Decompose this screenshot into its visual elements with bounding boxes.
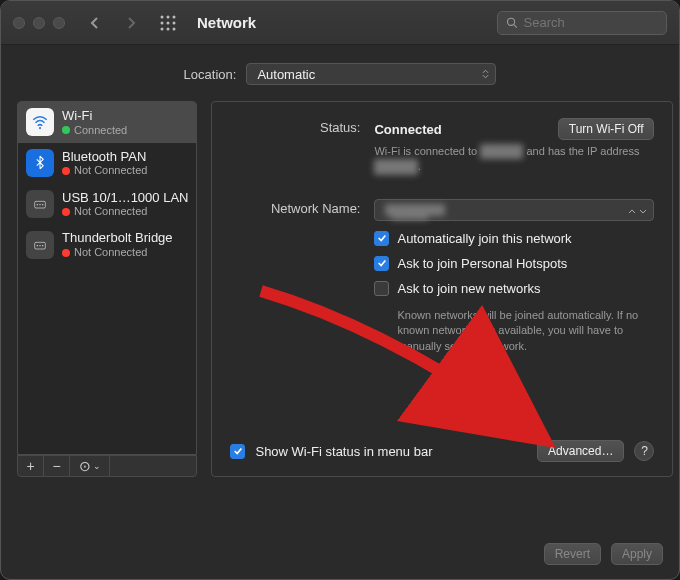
- status-value: Connected: [374, 122, 441, 137]
- chevron-down-icon: ⌄: [93, 461, 101, 471]
- sidebar-footer: + − ⊙⌄: [17, 455, 197, 477]
- location-row: Location: Automatic: [1, 45, 679, 101]
- help-button[interactable]: ?: [634, 441, 654, 461]
- svg-point-15: [42, 204, 43, 205]
- svg-point-7: [167, 27, 170, 30]
- remove-interface-button[interactable]: −: [44, 456, 70, 476]
- svg-point-0: [161, 15, 164, 18]
- show-status-label: Show Wi-Fi status in menu bar: [255, 444, 432, 459]
- check-icon: [377, 258, 387, 268]
- redacted-network-name: ████: [385, 204, 445, 216]
- redacted-ip: ████: [374, 159, 417, 174]
- sidebar-item-label: Wi-Fi: [62, 108, 127, 124]
- up-down-chevron-icon: [482, 69, 489, 79]
- sidebar-item-status: Connected: [74, 124, 127, 137]
- more-options-button[interactable]: ⊙⌄: [70, 456, 110, 476]
- minimize-window-button[interactable]: [33, 17, 45, 29]
- network-name-label: Network Name:: [230, 199, 360, 221]
- revert-button[interactable]: Revert: [544, 543, 601, 565]
- search-field[interactable]: [497, 11, 667, 35]
- grid-icon: [159, 14, 177, 32]
- svg-point-6: [161, 27, 164, 30]
- thunderbolt-icon: [26, 231, 54, 259]
- svg-point-4: [167, 21, 170, 24]
- svg-point-8: [173, 27, 176, 30]
- apply-button[interactable]: Apply: [611, 543, 663, 565]
- interface-list: Wi-Fi Connected Bluetooth PAN Not Connec…: [17, 101, 197, 455]
- status-dot-icon: [62, 126, 70, 134]
- sidebar-item-label: Bluetooth PAN: [62, 149, 147, 165]
- location-select[interactable]: Automatic: [246, 63, 496, 85]
- detail-pane: Status: Connected Turn Wi-Fi Off Wi-Fi i…: [211, 101, 673, 477]
- sidebar-item-thunderbolt-bridge[interactable]: Thunderbolt Bridge Not Connected: [18, 224, 196, 265]
- svg-point-19: [42, 245, 43, 246]
- window-controls: [13, 17, 65, 29]
- sidebar-item-status: Not Connected: [74, 246, 147, 259]
- status-subtext: Wi-Fi is connected to ████ and has the I…: [374, 144, 654, 175]
- svg-point-3: [161, 21, 164, 24]
- close-window-button[interactable]: [13, 17, 25, 29]
- search-icon: [506, 16, 518, 29]
- svg-point-2: [173, 15, 176, 18]
- auto-join-checkbox[interactable]: [374, 231, 389, 246]
- svg-point-18: [39, 245, 40, 246]
- chevron-left-icon: [89, 17, 101, 29]
- sidebar-item-status: Not Connected: [74, 164, 147, 177]
- status-dot-icon: [62, 249, 70, 257]
- back-button[interactable]: [81, 12, 109, 34]
- sidebar-item-label: Thunderbolt Bridge: [62, 230, 173, 246]
- advanced-button[interactable]: Advanced…: [537, 440, 624, 462]
- check-icon: [377, 233, 387, 243]
- turn-wifi-off-button[interactable]: Turn Wi-Fi Off: [558, 118, 655, 140]
- wifi-icon: [26, 108, 54, 136]
- auto-join-label: Automatically join this network: [397, 231, 571, 246]
- show-status-checkbox[interactable]: [230, 444, 245, 459]
- sidebar-item-usb-lan[interactable]: USB 10/1…1000 LAN Not Connected: [18, 184, 196, 225]
- sidebar-item-status: Not Connected: [74, 205, 147, 218]
- network-name-select[interactable]: ████: [374, 199, 654, 221]
- svg-line-10: [514, 25, 517, 28]
- ask-new-networks-subtext: Known networks will be joined automatica…: [397, 308, 654, 354]
- chevron-right-icon: [125, 17, 137, 29]
- sidebar-item-label: USB 10/1…1000 LAN: [62, 190, 188, 206]
- ask-new-networks-checkbox[interactable]: [374, 281, 389, 296]
- ask-hotspots-label: Ask to join Personal Hotspots: [397, 256, 567, 271]
- svg-point-11: [39, 127, 41, 129]
- check-icon: [233, 446, 243, 456]
- redacted-ssid: ████: [480, 144, 523, 159]
- add-interface-button[interactable]: +: [18, 456, 44, 476]
- status-dot-icon: [62, 167, 70, 175]
- location-label: Location:: [184, 67, 237, 82]
- location-value: Automatic: [257, 67, 315, 82]
- up-down-chevron-icon: [628, 202, 648, 217]
- window-title: Network: [197, 14, 256, 31]
- svg-point-9: [507, 18, 514, 25]
- sidebar-item-bluetooth-pan[interactable]: Bluetooth PAN Not Connected: [18, 143, 196, 184]
- svg-point-5: [173, 21, 176, 24]
- titlebar: Network: [1, 1, 679, 45]
- ask-new-networks-label: Ask to join new networks: [397, 281, 540, 296]
- ethernet-icon: [26, 190, 54, 218]
- ask-hotspots-checkbox[interactable]: [374, 256, 389, 271]
- status-dot-icon: [62, 208, 70, 216]
- svg-point-14: [39, 204, 40, 205]
- status-label: Status:: [230, 118, 360, 175]
- bluetooth-icon: [26, 149, 54, 177]
- zoom-window-button[interactable]: [53, 17, 65, 29]
- sidebar-item-wifi[interactable]: Wi-Fi Connected: [18, 102, 196, 143]
- svg-point-1: [167, 15, 170, 18]
- gear-dropdown-icon: ⊙: [79, 458, 91, 474]
- forward-button[interactable]: [117, 12, 145, 34]
- search-input[interactable]: [524, 15, 659, 30]
- svg-point-17: [37, 245, 38, 246]
- svg-point-13: [37, 204, 38, 205]
- network-preferences-window: Network Location: Automatic: [0, 0, 680, 580]
- show-all-button[interactable]: [159, 14, 177, 32]
